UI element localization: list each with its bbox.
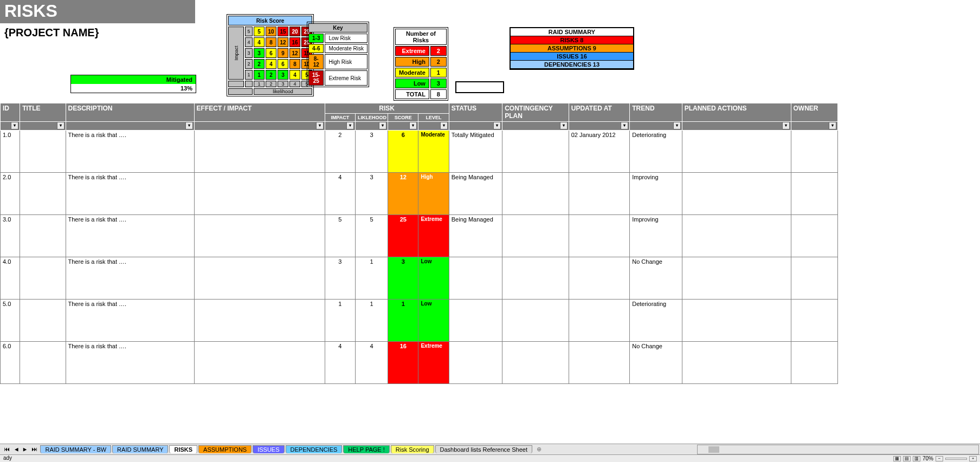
col-status[interactable]: STATUS	[449, 103, 502, 122]
cell-actions[interactable]	[682, 300, 791, 342]
col-id[interactable]: ID	[1, 103, 20, 122]
col-impact[interactable]: IMPACT	[325, 114, 355, 122]
table-row[interactable]: 3.0 There is a risk that …. 5 5 25 Extre…	[1, 215, 838, 257]
cell-contingency[interactable]	[502, 173, 569, 215]
cell-description[interactable]: There is a risk that ….	[66, 173, 194, 215]
cell-likelihood[interactable]: 1	[355, 257, 388, 300]
cell-description[interactable]: There is a risk that ….	[66, 215, 194, 257]
cell-level[interactable]: High	[418, 173, 449, 215]
cell-effect[interactable]	[194, 300, 325, 342]
cell-owner[interactable]	[791, 342, 837, 384]
filter-dropdown-icon[interactable]: ▾	[346, 122, 354, 129]
cell-title[interactable]	[20, 342, 66, 384]
cell-id[interactable]: 4.0	[1, 257, 20, 300]
cell-updated[interactable]	[569, 257, 630, 300]
table-row[interactable]: 2.0 There is a risk that …. 4 3 12 High …	[1, 173, 838, 215]
cell-likelihood[interactable]: 3	[355, 131, 388, 173]
cell-status[interactable]: Being Managed	[449, 173, 502, 215]
cell-owner[interactable]	[791, 173, 837, 215]
filter-dropdown-icon[interactable]: ▾	[621, 122, 628, 129]
cell-score[interactable]: 12	[388, 173, 418, 215]
cell-title[interactable]	[20, 131, 66, 173]
cell-level[interactable]: Moderate	[418, 131, 449, 173]
cell-actions[interactable]	[682, 131, 791, 173]
cell-status[interactable]: Totally Mitigated	[449, 131, 502, 173]
cell-title[interactable]	[20, 300, 66, 342]
cell-effect[interactable]	[194, 173, 325, 215]
cell-trend[interactable]: No Change	[630, 342, 682, 384]
filter-dropdown-icon[interactable]: ▾	[560, 122, 568, 129]
cell-description[interactable]: There is a risk that ….	[66, 257, 194, 300]
cell-level[interactable]: Extreme	[418, 342, 449, 384]
cell-level[interactable]: Low	[418, 257, 449, 300]
cell-id[interactable]: 6.0	[1, 342, 20, 384]
filter-dropdown-icon[interactable]: ▾	[440, 122, 448, 129]
cell-owner[interactable]	[791, 131, 837, 173]
table-row[interactable]: 4.0 There is a risk that …. 3 1 3 Low No…	[1, 257, 838, 300]
filter-dropdown-icon[interactable]: ▾	[673, 122, 681, 129]
cell-impact[interactable]: 5	[325, 215, 355, 257]
cell-effect[interactable]	[194, 342, 325, 384]
cell-updated[interactable]	[569, 342, 630, 384]
cell-likelihood[interactable]: 1	[355, 300, 388, 342]
filter-dropdown-icon[interactable]: ▾	[185, 122, 193, 129]
cell-contingency[interactable]	[502, 131, 569, 173]
filter-dropdown-icon[interactable]: ▾	[829, 122, 836, 129]
col-title[interactable]: TITLE	[20, 103, 66, 122]
cell-id[interactable]: 3.0	[1, 215, 20, 257]
cell-title[interactable]	[20, 215, 66, 257]
cell-impact[interactable]: 2	[325, 131, 355, 173]
cell-score[interactable]: 3	[388, 257, 418, 300]
col-level[interactable]: LEVEL	[418, 114, 449, 122]
col-owner[interactable]: OWNER	[791, 103, 837, 122]
table-row[interactable]: 6.0 There is a risk that …. 4 4 16 Extre…	[1, 342, 838, 384]
cell-likelihood[interactable]: 5	[355, 215, 388, 257]
cell-level[interactable]: Low	[418, 300, 449, 342]
cell-owner[interactable]	[791, 215, 837, 257]
filter-dropdown-icon[interactable]: ▾	[11, 122, 18, 129]
table-row[interactable]: 1.0 There is a risk that …. 2 3 6 Modera…	[1, 131, 838, 173]
cell-impact[interactable]: 4	[325, 342, 355, 384]
cell-contingency[interactable]	[502, 215, 569, 257]
cell-updated[interactable]	[569, 215, 630, 257]
cell-owner[interactable]	[791, 257, 837, 300]
cell-contingency[interactable]	[502, 300, 569, 342]
cell-actions[interactable]	[682, 342, 791, 384]
filter-dropdown-icon[interactable]: ▾	[409, 122, 417, 129]
cell-effect[interactable]	[194, 131, 325, 173]
cell-trend[interactable]: Deteriorating	[630, 300, 682, 342]
cell-impact[interactable]: 4	[325, 173, 355, 215]
col-contingency[interactable]: CONTINGENCY PLAN	[502, 103, 569, 122]
cell-title[interactable]	[20, 257, 66, 300]
cell-id[interactable]: 1.0	[1, 131, 20, 173]
cell-impact[interactable]: 1	[325, 300, 355, 342]
cell-actions[interactable]	[682, 215, 791, 257]
cell-actions[interactable]	[682, 173, 791, 215]
cell-status[interactable]	[449, 300, 502, 342]
table-row[interactable]: 5.0 There is a risk that …. 1 1 1 Low De…	[1, 300, 838, 342]
filter-dropdown-icon[interactable]: ▾	[493, 122, 501, 129]
cell-trend[interactable]: Improving	[630, 215, 682, 257]
col-actions[interactable]: PLANNED ACTIONS	[682, 103, 791, 122]
cell-description[interactable]: There is a risk that ….	[66, 300, 194, 342]
cell-status[interactable]	[449, 257, 502, 300]
col-updated[interactable]: UPDATED AT	[569, 103, 630, 122]
cell-status[interactable]: Being Managed	[449, 215, 502, 257]
cell-effect[interactable]	[194, 257, 325, 300]
col-effect[interactable]: EFFECT / IMPACT	[194, 103, 325, 122]
cell-score[interactable]: 6	[388, 131, 418, 173]
filter-dropdown-icon[interactable]: ▾	[316, 122, 324, 129]
cell-title[interactable]	[20, 173, 66, 215]
cell-impact[interactable]: 3	[325, 257, 355, 300]
cell-trend[interactable]: Deteriorating	[630, 131, 682, 173]
cell-updated[interactable]	[569, 173, 630, 215]
cell-owner[interactable]	[791, 300, 837, 342]
cell-updated[interactable]: 02 January 2012	[569, 131, 630, 173]
cell-likelihood[interactable]: 4	[355, 342, 388, 384]
cell-level[interactable]: Extreme	[418, 215, 449, 257]
cell-effect[interactable]	[194, 215, 325, 257]
col-trend[interactable]: TREND	[630, 103, 682, 122]
cell-contingency[interactable]	[502, 257, 569, 300]
filter-dropdown-icon[interactable]: ▾	[379, 122, 386, 129]
filter-dropdown-icon[interactable]: ▾	[57, 122, 65, 129]
